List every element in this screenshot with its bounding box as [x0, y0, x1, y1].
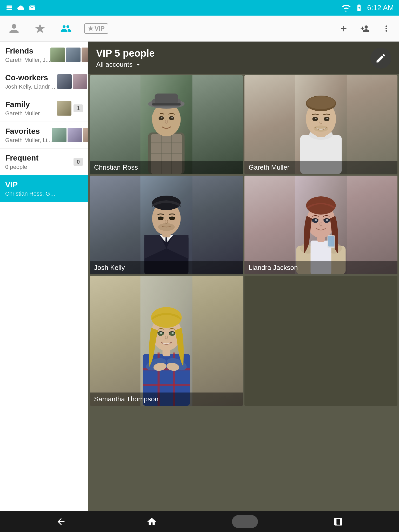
content-area: VIP 5 people All accounts [88, 42, 399, 511]
favorites-thumb-3 [83, 128, 88, 142]
svg-point-27 [307, 96, 335, 109]
storage-icon [5, 4, 14, 11]
back-button[interactable] [51, 514, 71, 529]
edit-icon [375, 52, 387, 64]
favorites-thumbs [52, 128, 88, 142]
christian-photo-svg [90, 75, 243, 174]
svg-rect-62 [328, 236, 335, 247]
time-display: 6:12 AM [367, 4, 394, 12]
gareth-photo-svg [244, 75, 397, 174]
sidebar-item-family[interactable]: Family Gareth Muller 1 [0, 95, 88, 122]
svg-rect-1 [6, 7, 12, 8]
sidebar-item-family-content: Family Gareth Muller [5, 100, 57, 117]
recent-button[interactable] [328, 514, 349, 529]
contact-photo-josh [90, 176, 243, 274]
gmail-icon [28, 4, 36, 11]
add-button[interactable] [337, 22, 350, 35]
svg-point-60 [326, 219, 328, 221]
contact-card-liandra[interactable]: Liandra Jackson [244, 176, 397, 274]
sidebar-item-friends[interactable]: Friends Gareth Muller, J... 4 [0, 42, 88, 68]
christian-name-label: Christian Ross [90, 161, 243, 174]
recent-icon [333, 516, 343, 527]
friends-subtitle: Gareth Muller, J... [5, 57, 50, 63]
coworkers-right: 2 [57, 74, 88, 89]
tab-person[interactable] [6, 21, 22, 36]
friends-thumb-1 [50, 48, 65, 62]
frequent-right: 0 [74, 158, 83, 166]
tab-favorites[interactable] [32, 21, 48, 36]
frequent-title: Frequent [5, 153, 74, 163]
content-header: VIP 5 people All accounts [88, 42, 399, 74]
friends-title: Friends [5, 46, 50, 56]
sidebar-item-frequent-content: Frequent 0 people [5, 153, 74, 170]
svg-point-31 [327, 118, 328, 119]
tab-groups[interactable] [58, 21, 74, 36]
contact-photo-samantha [90, 276, 243, 406]
contact-card-empty [244, 276, 397, 406]
gareth-name-label: Gareth Muller [244, 161, 397, 174]
cloud-icon [17, 4, 25, 11]
josh-photo-svg [90, 176, 243, 274]
home-icon [147, 516, 157, 527]
vip-label: VIP [95, 25, 105, 32]
family-thumb-1 [57, 101, 71, 116]
home-button[interactable] [141, 514, 162, 529]
josh-name-label: Josh Kelly [90, 261, 243, 274]
sidebar: Friends Gareth Muller, J... 4 [0, 42, 88, 511]
contact-card-christian[interactable]: Christian Ross [90, 75, 243, 174]
tab-vip[interactable]: ★ VIP [84, 23, 108, 34]
friends-thumb-2 [66, 48, 81, 62]
contact-card-josh[interactable]: Josh Kelly [90, 176, 243, 274]
sidebar-item-coworkers-content: Co-workers Josh Kelly, Liandra Ja... [5, 73, 57, 90]
family-badge: 1 [74, 104, 83, 112]
edit-button[interactable] [370, 48, 391, 69]
friends-thumb-3 [82, 48, 88, 62]
app-bar: ★ VIP [0, 16, 399, 42]
coworkers-title: Co-workers [5, 73, 57, 82]
svg-point-30 [315, 118, 317, 119]
sidebar-item-vip-content: VIP Christian Ross, Gareth Mull... [5, 180, 83, 197]
more-button[interactable] [380, 22, 393, 35]
vip-star: ★ [88, 25, 94, 32]
family-subtitle: Gareth Muller [5, 110, 57, 117]
contact-card-samantha[interactable]: Samantha Thompson [90, 276, 243, 406]
coworkers-thumb-1 [57, 74, 72, 89]
status-bar: 6:12 AM [0, 0, 399, 16]
contact-photo-liandra [244, 176, 397, 274]
contact-card-gareth[interactable]: Gareth Muller [244, 75, 397, 174]
sidebar-item-vip[interactable]: VIP Christian Ross, Gareth Mull... [0, 175, 88, 202]
favorites-title: Favorites [5, 127, 52, 136]
main-layout: Friends Gareth Muller, J... 4 [0, 42, 399, 511]
accounts-filter[interactable]: All accounts [96, 61, 155, 69]
content-header-info: VIP 5 people All accounts [96, 48, 155, 69]
vip-group-subtitle: Christian Ross, Gareth Mull... [5, 190, 57, 197]
svg-point-59 [315, 219, 317, 221]
frequent-subtitle: 0 people [5, 164, 57, 170]
sidebar-item-favorites[interactable]: Favorites Gareth Muller, Li... 3 [0, 122, 88, 149]
sidebar-item-favorites-content: Favorites Gareth Muller, Li... [5, 127, 52, 144]
status-bar-right: 6:12 AM [342, 4, 394, 12]
bottom-nav [0, 511, 399, 532]
recent-indicator[interactable] [232, 515, 258, 528]
accounts-filter-label: All accounts [96, 61, 132, 69]
contact-photo-christian [90, 75, 243, 174]
action-buttons [337, 22, 393, 35]
friends-thumbs [50, 48, 88, 62]
family-title: Family [5, 100, 57, 109]
add-contact-button[interactable] [358, 22, 371, 35]
svg-point-32 [314, 125, 328, 132]
tab-bar: ★ VIP [6, 21, 108, 36]
svg-point-46 [158, 223, 175, 231]
family-right: 1 [57, 101, 83, 116]
svg-rect-0 [6, 5, 12, 6]
coworkers-thumbs [57, 74, 87, 89]
svg-point-19 [171, 117, 173, 118]
family-thumbs [57, 101, 71, 116]
sidebar-item-friends-content: Friends Gareth Muller, J... [5, 46, 50, 63]
coworkers-subtitle: Josh Kelly, Liandra Ja... [5, 83, 57, 90]
sidebar-item-frequent[interactable]: Frequent 0 people 0 [0, 149, 88, 175]
liandra-photo-svg [244, 176, 397, 274]
samantha-photo-svg [90, 276, 243, 406]
sidebar-item-coworkers[interactable]: Co-workers Josh Kelly, Liandra Ja... 2 [0, 68, 88, 95]
wifi-icon [342, 4, 351, 12]
